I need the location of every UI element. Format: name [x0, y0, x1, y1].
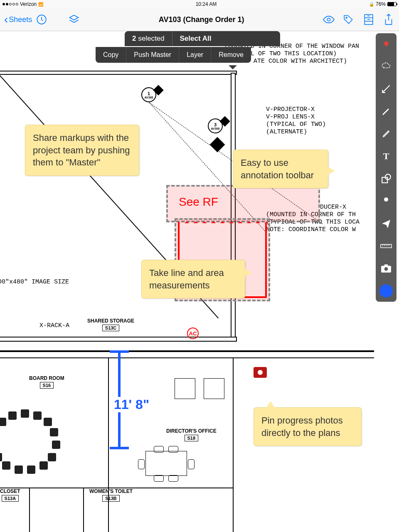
see-rf-label: See RF	[179, 195, 218, 209]
room-label: DIRECTOR'S OFFICE S18	[166, 428, 217, 441]
svg-point-2	[346, 17, 347, 18]
send-icon[interactable]	[378, 215, 394, 232]
svg-point-18	[384, 267, 388, 271]
bp-label: DUCER-X	[320, 204, 346, 211]
ac-symbol: AC	[187, 328, 199, 339]
selection-toolbar: 2 selected Select All Copy Push Master L…	[125, 31, 280, 63]
bp-label: (ALTERNATE)	[266, 128, 307, 135]
select-all-button[interactable]: Select All	[172, 31, 219, 46]
room-label: CLOSET S13A	[0, 488, 20, 502]
color-dot[interactable]	[378, 283, 394, 299]
svg-point-1	[328, 18, 330, 21]
room-label: SHARED STORAGE S13C	[87, 318, 134, 331]
pencil-icon[interactable]	[378, 103, 394, 120]
svg-rect-19	[384, 264, 388, 266]
measurement-value: 11' 8"	[112, 397, 151, 412]
bp-label: NOTE: COORDINATE COLOR W	[266, 226, 356, 233]
eye-icon[interactable]	[323, 13, 335, 26]
svg-point-11	[384, 197, 388, 202]
history-icon[interactable]	[35, 13, 48, 26]
signal-dots	[2, 3, 18, 5]
bp-label: 00"x480" IMAGE SIZE	[0, 278, 69, 286]
callout-share-markups: Share markups with the project team by p…	[25, 125, 139, 176]
nav-bar: ‹ Sheets AV103 (Change Order 1)	[0, 8, 399, 31]
back-button[interactable]: ‹ Sheets	[4, 13, 32, 26]
push-master-button[interactable]: Push Master	[126, 47, 179, 63]
highlighter-icon[interactable]	[378, 126, 394, 142]
arrow-icon[interactable]	[378, 81, 394, 97]
page-title: AV103 (Change Order 1)	[80, 15, 323, 24]
pin-icon[interactable]	[378, 193, 394, 209]
stamp-icon[interactable]: ✷	[378, 36, 394, 52]
filing-icon[interactable]	[362, 13, 375, 26]
chevron-left-icon: ‹	[4, 13, 8, 26]
callout-pin-photos: Pin progress photos directly to the plan…	[254, 407, 362, 446]
share-icon[interactable]	[382, 13, 395, 26]
bp-label: (TYPICAL OF TWO)	[266, 121, 326, 128]
marker-1[interactable]: 1AV300	[141, 87, 160, 106]
remove-button[interactable]: Remove	[211, 47, 251, 63]
layer-button[interactable]: Layer	[179, 47, 211, 63]
board-room-chairs	[0, 409, 71, 472]
selection-count: 2 selected	[125, 31, 172, 46]
svg-line-8	[382, 85, 389, 92]
room-label: BOARD ROOM S16	[29, 375, 64, 389]
carrier-label: Verizon	[20, 1, 37, 7]
photo-pin[interactable]	[254, 367, 267, 378]
tag-icon[interactable]	[342, 13, 355, 26]
shape-icon[interactable]	[378, 170, 394, 187]
battery-percent: 76%	[376, 1, 386, 7]
battery-icon	[387, 2, 397, 6]
callout-annotation-toolbar: Easy to use annotation toolbar	[233, 150, 328, 188]
projector-symbol	[210, 137, 225, 153]
callout-measurements: Take line and area measurements	[141, 260, 245, 298]
wifi-icon	[38, 1, 43, 7]
marker-3[interactable]: 3AV300	[208, 118, 226, 137]
cloud-icon[interactable]	[378, 58, 394, 75]
status-time: 10:24 AM	[196, 1, 217, 7]
svg-rect-12	[381, 244, 392, 248]
bp-label: V-PROJ LENS-X	[266, 113, 315, 121]
room-label: WOMEN'S TOILET S13B	[89, 488, 133, 502]
text-icon[interactable]: T	[378, 148, 394, 165]
copy-button[interactable]: Copy	[96, 47, 126, 63]
layers-icon[interactable]	[68, 13, 80, 26]
orientation-lock-icon	[369, 1, 374, 7]
annotation-toolbar: ✷ T	[376, 33, 397, 302]
ruler-icon[interactable]	[378, 238, 394, 254]
camera-icon[interactable]	[378, 260, 394, 277]
bp-label: X-RACK-A	[39, 322, 69, 329]
bp-label: V-PROJECTOR-X	[266, 106, 315, 113]
svg-rect-9	[382, 177, 387, 183]
status-bar: Verizon 10:24 AM 76%	[0, 0, 399, 8]
back-label: Sheets	[9, 15, 32, 24]
